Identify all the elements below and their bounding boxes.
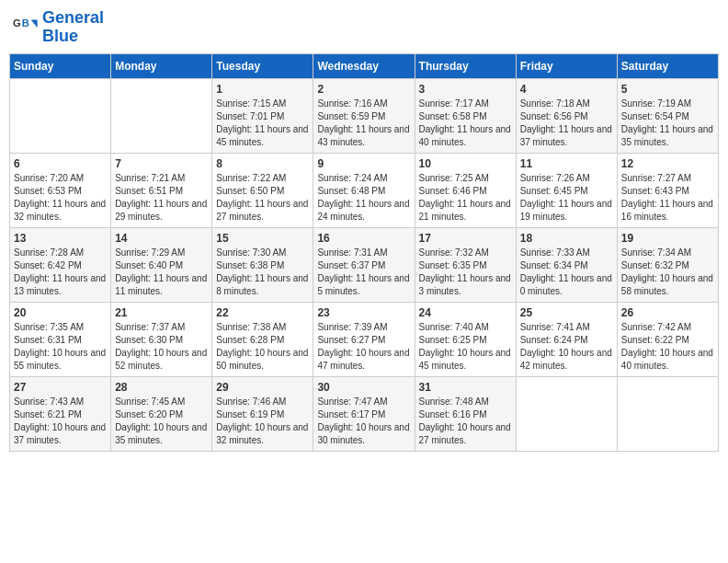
day-number: 8 xyxy=(216,157,309,170)
day-info: Sunrise: 7:17 AM Sunset: 6:58 PM Dayligh… xyxy=(419,98,512,149)
day-info: Sunrise: 7:33 AM Sunset: 6:34 PM Dayligh… xyxy=(520,247,613,298)
calendar-header-row: SundayMondayTuesdayWednesdayThursdayFrid… xyxy=(10,53,719,78)
calendar-cell: 8Sunrise: 7:22 AM Sunset: 6:50 PM Daylig… xyxy=(212,153,313,227)
day-number: 7 xyxy=(115,157,208,170)
day-number: 23 xyxy=(317,306,410,319)
day-info: Sunrise: 7:22 AM Sunset: 6:50 PM Dayligh… xyxy=(216,172,309,224)
calendar-cell: 24Sunrise: 7:40 AM Sunset: 6:25 PM Dayli… xyxy=(415,302,516,376)
day-number: 25 xyxy=(520,306,613,319)
day-info: Sunrise: 7:21 AM Sunset: 6:51 PM Dayligh… xyxy=(115,172,208,224)
calendar-week-1: 1Sunrise: 7:15 AM Sunset: 7:01 PM Daylig… xyxy=(10,78,719,153)
day-info: Sunrise: 7:34 AM Sunset: 6:32 PM Dayligh… xyxy=(621,247,714,298)
day-info: Sunrise: 7:16 AM Sunset: 6:59 PM Dayligh… xyxy=(317,98,410,149)
logo-text-line2: Blue xyxy=(42,28,104,46)
calendar-cell: 26Sunrise: 7:42 AM Sunset: 6:22 PM Dayli… xyxy=(617,302,718,376)
day-info: Sunrise: 7:18 AM Sunset: 6:56 PM Dayligh… xyxy=(520,98,613,149)
day-number: 15 xyxy=(216,232,309,245)
day-header-monday: Monday xyxy=(111,53,212,78)
day-info: Sunrise: 7:48 AM Sunset: 6:16 PM Dayligh… xyxy=(419,396,512,447)
calendar-cell xyxy=(617,376,718,451)
day-number: 30 xyxy=(317,381,410,394)
day-info: Sunrise: 7:37 AM Sunset: 6:30 PM Dayligh… xyxy=(115,321,208,373)
day-number: 22 xyxy=(216,306,309,319)
day-info: Sunrise: 7:29 AM Sunset: 6:40 PM Dayligh… xyxy=(115,247,208,298)
calendar-cell: 22Sunrise: 7:38 AM Sunset: 6:28 PM Dayli… xyxy=(212,302,313,376)
day-number: 19 xyxy=(621,232,714,245)
day-number: 20 xyxy=(14,306,107,319)
day-number: 2 xyxy=(317,83,410,96)
day-number: 24 xyxy=(419,306,512,319)
day-number: 14 xyxy=(115,232,208,245)
day-number: 11 xyxy=(520,157,613,170)
calendar-cell: 3Sunrise: 7:17 AM Sunset: 6:58 PM Daylig… xyxy=(415,78,516,153)
day-number: 4 xyxy=(520,83,613,96)
day-number: 26 xyxy=(621,306,714,319)
calendar-cell xyxy=(111,78,212,153)
day-info: Sunrise: 7:31 AM Sunset: 6:37 PM Dayligh… xyxy=(317,247,410,298)
day-info: Sunrise: 7:25 AM Sunset: 6:46 PM Dayligh… xyxy=(419,172,512,224)
day-number: 31 xyxy=(419,381,512,394)
day-info: Sunrise: 7:30 AM Sunset: 6:38 PM Dayligh… xyxy=(216,247,309,298)
calendar-cell: 16Sunrise: 7:31 AM Sunset: 6:37 PM Dayli… xyxy=(313,227,415,302)
calendar-cell: 1Sunrise: 7:15 AM Sunset: 7:01 PM Daylig… xyxy=(212,78,313,153)
svg-text:B: B xyxy=(22,17,29,28)
calendar-cell: 30Sunrise: 7:47 AM Sunset: 6:17 PM Dayli… xyxy=(313,376,415,451)
day-number: 1 xyxy=(216,83,309,96)
logo-icon: G B xyxy=(13,15,39,40)
day-number: 18 xyxy=(520,232,613,245)
day-info: Sunrise: 7:24 AM Sunset: 6:48 PM Dayligh… xyxy=(317,172,410,224)
day-header-friday: Friday xyxy=(516,53,617,78)
calendar-cell: 10Sunrise: 7:25 AM Sunset: 6:46 PM Dayli… xyxy=(415,153,516,227)
day-info: Sunrise: 7:19 AM Sunset: 6:54 PM Dayligh… xyxy=(621,98,714,149)
day-info: Sunrise: 7:32 AM Sunset: 6:35 PM Dayligh… xyxy=(419,247,512,298)
day-info: Sunrise: 7:45 AM Sunset: 6:20 PM Dayligh… xyxy=(115,396,208,447)
day-number: 21 xyxy=(115,306,208,319)
calendar-week-4: 20Sunrise: 7:35 AM Sunset: 6:31 PM Dayli… xyxy=(10,302,719,376)
logo: G B General Blue xyxy=(13,9,104,46)
day-info: Sunrise: 7:28 AM Sunset: 6:42 PM Dayligh… xyxy=(14,247,107,298)
day-number: 13 xyxy=(14,232,107,245)
day-number: 29 xyxy=(216,381,309,394)
day-number: 9 xyxy=(317,157,410,170)
calendar-cell: 17Sunrise: 7:32 AM Sunset: 6:35 PM Dayli… xyxy=(415,227,516,302)
day-number: 17 xyxy=(419,232,512,245)
calendar-cell xyxy=(10,78,111,153)
calendar-cell: 12Sunrise: 7:27 AM Sunset: 6:43 PM Dayli… xyxy=(617,153,718,227)
day-header-tuesday: Tuesday xyxy=(212,53,313,78)
calendar-week-3: 13Sunrise: 7:28 AM Sunset: 6:42 PM Dayli… xyxy=(10,227,719,302)
day-info: Sunrise: 7:47 AM Sunset: 6:17 PM Dayligh… xyxy=(317,396,410,447)
calendar-cell: 28Sunrise: 7:45 AM Sunset: 6:20 PM Dayli… xyxy=(111,376,212,451)
calendar-cell: 4Sunrise: 7:18 AM Sunset: 6:56 PM Daylig… xyxy=(516,78,617,153)
day-header-sunday: Sunday xyxy=(10,53,111,78)
day-header-thursday: Thursday xyxy=(415,53,516,78)
day-info: Sunrise: 7:41 AM Sunset: 6:24 PM Dayligh… xyxy=(520,321,613,373)
calendar-cell: 18Sunrise: 7:33 AM Sunset: 6:34 PM Dayli… xyxy=(516,227,617,302)
logo-text-line1: General xyxy=(42,9,104,28)
calendar-cell: 21Sunrise: 7:37 AM Sunset: 6:30 PM Dayli… xyxy=(111,302,212,376)
calendar-cell: 20Sunrise: 7:35 AM Sunset: 6:31 PM Dayli… xyxy=(10,302,111,376)
calendar-cell xyxy=(516,376,617,451)
calendar-table: SundayMondayTuesdayWednesdayThursdayFrid… xyxy=(9,53,719,452)
day-info: Sunrise: 7:20 AM Sunset: 6:53 PM Dayligh… xyxy=(14,172,107,224)
calendar-cell: 6Sunrise: 7:20 AM Sunset: 6:53 PM Daylig… xyxy=(10,153,111,227)
day-info: Sunrise: 7:35 AM Sunset: 6:31 PM Dayligh… xyxy=(14,321,107,373)
day-info: Sunrise: 7:26 AM Sunset: 6:45 PM Dayligh… xyxy=(520,172,613,224)
day-info: Sunrise: 7:43 AM Sunset: 6:21 PM Dayligh… xyxy=(14,396,107,447)
day-info: Sunrise: 7:27 AM Sunset: 6:43 PM Dayligh… xyxy=(621,172,714,224)
day-number: 5 xyxy=(621,83,714,96)
svg-text:G: G xyxy=(13,17,21,28)
page-header: G B General Blue xyxy=(9,9,719,46)
calendar-cell: 5Sunrise: 7:19 AM Sunset: 6:54 PM Daylig… xyxy=(617,78,718,153)
day-number: 6 xyxy=(14,157,107,170)
svg-marker-2 xyxy=(31,19,38,27)
day-info: Sunrise: 7:15 AM Sunset: 7:01 PM Dayligh… xyxy=(216,98,309,149)
calendar-cell: 27Sunrise: 7:43 AM Sunset: 6:21 PM Dayli… xyxy=(10,376,111,451)
day-number: 16 xyxy=(317,232,410,245)
calendar-cell: 25Sunrise: 7:41 AM Sunset: 6:24 PM Dayli… xyxy=(516,302,617,376)
day-number: 3 xyxy=(419,83,512,96)
calendar-body: 1Sunrise: 7:15 AM Sunset: 7:01 PM Daylig… xyxy=(10,78,719,451)
day-info: Sunrise: 7:46 AM Sunset: 6:19 PM Dayligh… xyxy=(216,396,309,447)
calendar-cell: 29Sunrise: 7:46 AM Sunset: 6:19 PM Dayli… xyxy=(212,376,313,451)
day-header-wednesday: Wednesday xyxy=(313,53,415,78)
calendar-cell: 31Sunrise: 7:48 AM Sunset: 6:16 PM Dayli… xyxy=(415,376,516,451)
